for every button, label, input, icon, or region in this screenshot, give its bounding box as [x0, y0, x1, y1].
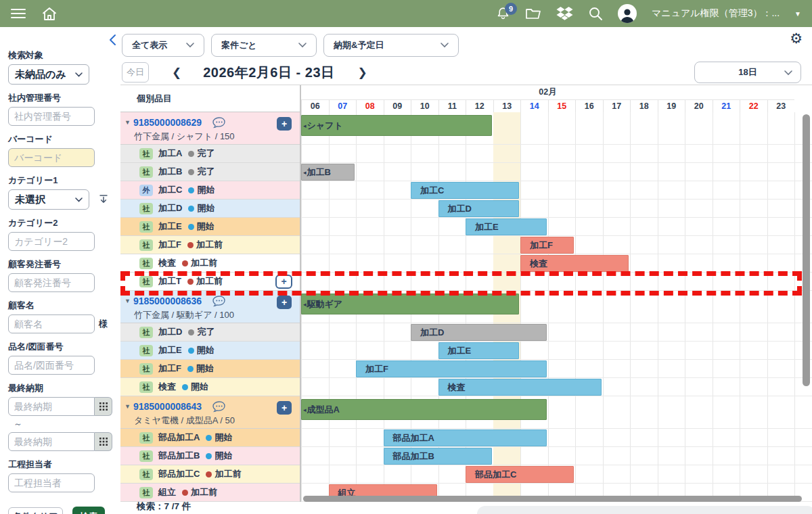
process-row-加工A[interactable]: 社加工A完了	[120, 145, 301, 163]
add-process-button[interactable]: +	[277, 296, 292, 309]
process-row-加工D[interactable]: 社加工D完了	[120, 323, 301, 342]
gantt-bar-加工E[interactable]: 加工E	[438, 342, 520, 359]
status-dot	[206, 435, 212, 441]
status-dot	[188, 187, 194, 193]
gantt-bar-加工E[interactable]: 加工E	[466, 218, 547, 235]
dropbox-icon[interactable]	[556, 6, 573, 22]
search-icon[interactable]	[588, 6, 603, 21]
process-row-加工C[interactable]: 外加工C開始	[120, 181, 301, 200]
process-row-部品加工B[interactable]: 社部品加工B開始	[120, 447, 301, 465]
status-dot	[187, 366, 194, 372]
gantt-bar-加工C[interactable]: 加工C	[411, 182, 519, 199]
gantt-row	[301, 273, 812, 291]
gantt-bar-検査[interactable]: 検査	[438, 379, 602, 396]
collapse-triangle-icon[interactable]: ▼	[125, 403, 131, 410]
customer-name-label: 顧客名	[8, 300, 116, 312]
comment-icon[interactable]	[212, 401, 226, 413]
today-button[interactable]: 今日	[122, 62, 149, 83]
date-mode-dropdown[interactable]: 納期&予定日	[323, 34, 459, 57]
prev-period-icon[interactable]: ❮	[172, 66, 181, 80]
item-number-link[interactable]: 9185000008636	[133, 296, 202, 306]
collapse-triangle-icon[interactable]: ▼	[125, 298, 131, 304]
process-row-加工B[interactable]: 社加工B完了	[120, 163, 301, 181]
gantt-bar-加工D[interactable]: 加工D	[411, 324, 547, 341]
comment-icon[interactable]	[212, 117, 226, 128]
process-row-加工D[interactable]: 社加工D開始	[120, 200, 301, 218]
collapse-triangle-icon[interactable]: ▼	[125, 119, 131, 126]
day-header-08: 08	[356, 100, 384, 112]
barcode-input[interactable]	[8, 148, 95, 167]
gantt-bar-加工F[interactable]: 加工F	[356, 360, 547, 377]
process-row-部品加工C[interactable]: 社部品加工C加工前	[120, 465, 301, 484]
process-name: 部品加工C	[158, 468, 200, 480]
folder-icon[interactable]	[525, 7, 541, 20]
menu-icon[interactable]	[11, 8, 26, 19]
process-row-加工E[interactable]: 社加工E開始	[120, 218, 301, 236]
home-icon[interactable]	[42, 7, 57, 21]
process-name: 加工E	[158, 344, 182, 356]
comment-icon[interactable]	[212, 296, 226, 307]
settings-gear-icon[interactable]: ⚙	[790, 32, 803, 46]
day-header-07: 07	[329, 100, 357, 112]
process-row-加工E[interactable]: 社加工E開始	[120, 342, 301, 360]
category1-select[interactable]: 未選択	[8, 189, 89, 210]
vertical-scrollbar[interactable]	[803, 114, 810, 386]
internal-no-input[interactable]	[8, 107, 95, 126]
process-row-組立[interactable]: 社組立加工前	[120, 484, 301, 502]
process-row-検査[interactable]: 社検査加工前	[120, 254, 301, 273]
timespan-select[interactable]: 18日	[694, 62, 801, 83]
group-mode-dropdown[interactable]: 案件ごと	[211, 34, 317, 57]
apply-down-icon[interactable]	[99, 194, 108, 205]
sidebar-collapse-icon[interactable]	[108, 34, 116, 49]
gantt-bar-加工F[interactable]: 加工F	[520, 237, 574, 254]
status-dot	[188, 329, 194, 335]
next-period-icon[interactable]: ❯	[358, 66, 367, 80]
process-row-加工T[interactable]: 社加工T加工前+	[120, 273, 301, 291]
process-manager-input[interactable]	[8, 473, 95, 492]
search-button[interactable]: 検索	[72, 507, 105, 514]
process-name: 加工F	[158, 239, 181, 251]
notifications-icon[interactable]: 9	[496, 6, 510, 21]
item-number-link[interactable]: 9185000008629	[133, 117, 202, 128]
process-manager-label: 工程担当者	[8, 459, 116, 471]
add-process-button[interactable]: +	[277, 117, 292, 131]
bar-label: 部品加工A	[384, 432, 434, 444]
customer-name-input[interactable]	[8, 314, 95, 333]
clear-conditions-button[interactable]: 条件クリア	[8, 507, 63, 514]
day-header-21: 21	[713, 100, 740, 112]
gantt-bar-加工D[interactable]: 加工D	[438, 200, 520, 217]
item-number-link[interactable]: 9185000008643	[133, 401, 202, 412]
process-row-検査[interactable]: 社検査開始	[120, 378, 301, 396]
gantt-bar-駆動ギア[interactable]: ◂駆動ギア	[301, 294, 519, 314]
gantt-row: ◂加工B	[301, 163, 812, 181]
gantt-bar-部品加工B[interactable]: 部品加工B	[384, 448, 492, 465]
process-row-加工F[interactable]: 社加工F開始	[120, 360, 301, 378]
ownership-badge: 社	[139, 148, 153, 160]
gantt-bar-加工B[interactable]: ◂加工B	[301, 164, 355, 181]
gantt-bar-成型品A[interactable]: ◂成型品A	[301, 399, 547, 420]
process-row-部品加工A[interactable]: 社部品加工A開始	[120, 429, 301, 447]
gantt-chart: ◂シャフト◂加工B加工C加工D加工E加工F検査◂駆動ギア加工D加工E加工F検査◂…	[301, 112, 812, 502]
add-process-button[interactable]: +	[275, 275, 292, 289]
item-drawing-no-input[interactable]	[8, 356, 95, 375]
final-due-to-input[interactable]	[8, 432, 95, 451]
gantt-bar-シャフト[interactable]: ◂シャフト	[301, 115, 492, 136]
gantt-bar-部品加工C[interactable]: 部品加工C	[466, 466, 574, 483]
gantt-bar-部品加工A[interactable]: 部品加工A	[384, 429, 547, 446]
user-menu-caret-icon[interactable]: ▼	[794, 10, 801, 18]
view-filter-dropdown[interactable]: 全て表示	[122, 34, 204, 57]
calendar-icon[interactable]	[95, 432, 112, 451]
avatar[interactable]	[618, 4, 637, 23]
user-menu-label[interactable]: マニュアル権限（管理3）：...	[652, 7, 780, 20]
process-status: 完了	[197, 166, 215, 178]
final-due-from-input[interactable]	[8, 397, 95, 416]
add-process-button[interactable]: +	[277, 401, 292, 415]
customer-order-no-input[interactable]	[8, 273, 95, 292]
search-target-select[interactable]: 未納品のみ	[8, 64, 89, 85]
horizontal-scrollbar[interactable]	[303, 496, 802, 502]
category2-input[interactable]	[8, 232, 95, 251]
calendar-icon[interactable]	[95, 397, 112, 416]
process-row-加工F[interactable]: 社加工F加工前	[120, 236, 301, 254]
gantt-bar-検査[interactable]: 検査	[520, 255, 629, 272]
notification-count-badge: 9	[505, 3, 517, 15]
